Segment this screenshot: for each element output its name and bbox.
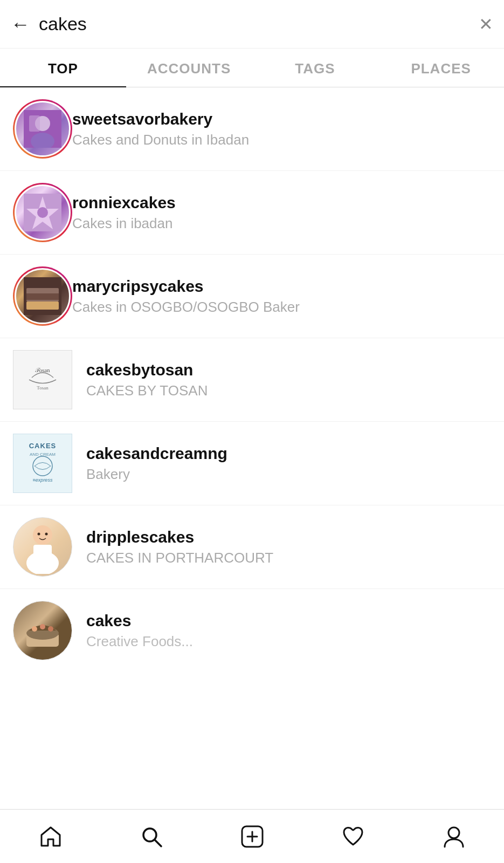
tab-tags[interactable]: TAGS (252, 49, 378, 87)
username-label: cakesbytosan (86, 361, 491, 379)
profile-icon (440, 823, 467, 850)
description-label: Creative Foods... (86, 633, 491, 650)
username-label: dripplescakes (86, 528, 491, 546)
svg-rect-3 (29, 115, 40, 132)
username-label: cakes (86, 612, 491, 630)
nav-home-button[interactable] (36, 821, 66, 852)
avatar (13, 183, 72, 242)
avatar-image: CAKES AND CREAM ≡express (16, 436, 70, 490)
svg-text:𝒯osan: 𝒯osan (35, 367, 50, 373)
bottom-navigation (0, 809, 504, 863)
svg-point-32 (448, 827, 459, 838)
results-list: sweetsavorbakery Cakes and Donuts in Iba… (0, 87, 504, 672)
svg-rect-10 (26, 293, 59, 300)
svg-text:≡express: ≡express (33, 477, 53, 483)
list-item[interactable]: marycripsycakes Cakes in OSOGBO/OSOGBO B… (0, 255, 504, 338)
svg-point-17 (33, 525, 52, 545)
svg-line-28 (155, 840, 161, 846)
username-label: marycripsycakes (72, 277, 491, 296)
description-label: Cakes and Donuts in Ibadan (72, 132, 491, 148)
search-tabs: TOP ACCOUNTS TAGS PLACES (0, 49, 504, 87)
svg-point-6 (37, 207, 48, 218)
nav-activity-button[interactable] (338, 821, 368, 852)
list-item[interactable]: ronniexcakes Cakes in ibadan (0, 171, 504, 255)
svg-rect-19 (33, 545, 52, 563)
svg-text:CAKES: CAKES (29, 442, 57, 450)
avatar-image (24, 277, 61, 315)
description-label: Bakery (86, 466, 491, 483)
description-label: Cakes in OSOGBO/OSOGBO Baker (72, 299, 491, 316)
nav-profile-button[interactable] (439, 821, 469, 852)
avatar: CAKES AND CREAM ≡express (13, 434, 72, 493)
back-button[interactable]: ← (11, 15, 30, 34)
tab-accounts[interactable]: ACCOUNTS (126, 49, 252, 87)
svg-point-20 (38, 533, 40, 536)
home-icon (37, 823, 64, 850)
search-icon (138, 823, 165, 850)
username-label: ronniexcakes (72, 194, 491, 212)
avatar: 𝒯osan Tosan (13, 350, 72, 409)
avatar-image (24, 194, 61, 231)
clear-button[interactable]: ✕ (479, 14, 493, 35)
avatar-image (18, 520, 67, 574)
avatar-image: 𝒯osan Tosan (21, 357, 64, 400)
list-item[interactable]: 𝒯osan Tosan cakesbytosan CAKES BY TOSAN (0, 338, 504, 422)
avatar-image (24, 110, 61, 148)
avatar (13, 517, 72, 577)
search-input[interactable] (39, 13, 470, 35)
avatar-image (18, 606, 67, 655)
nav-search-button[interactable] (136, 821, 167, 852)
description-label: CAKES BY TOSAN (86, 382, 491, 399)
description-label: Cakes in ibadan (72, 215, 491, 232)
nav-add-button[interactable] (237, 821, 267, 852)
tab-places[interactable]: PLACES (378, 49, 504, 87)
list-item[interactable]: CAKES AND CREAM ≡express cakesandcreamng… (0, 422, 504, 505)
username-label: sweetsavorbakery (72, 110, 491, 128)
avatar (13, 99, 72, 159)
svg-rect-9 (26, 302, 59, 310)
search-header: ← ✕ (0, 0, 504, 49)
svg-point-25 (40, 624, 45, 629)
svg-point-21 (45, 533, 48, 536)
svg-point-15 (33, 456, 52, 476)
heart-icon (340, 823, 367, 850)
description-label: CAKES IN PORTHARCOURT (86, 550, 491, 566)
list-item[interactable]: cakes Creative Foods... (0, 589, 504, 672)
avatar (13, 601, 72, 660)
list-item[interactable]: dripplescakes CAKES IN PORTHARCOURT (0, 505, 504, 589)
svg-point-24 (32, 626, 37, 632)
add-icon (239, 823, 266, 850)
svg-point-26 (48, 626, 53, 632)
tab-top[interactable]: TOP (0, 49, 126, 87)
svg-text:Tosan: Tosan (37, 385, 49, 391)
username-label: cakesandcreamng (86, 444, 491, 463)
list-item[interactable]: sweetsavorbakery Cakes and Donuts in Iba… (0, 87, 504, 171)
avatar (13, 266, 72, 326)
